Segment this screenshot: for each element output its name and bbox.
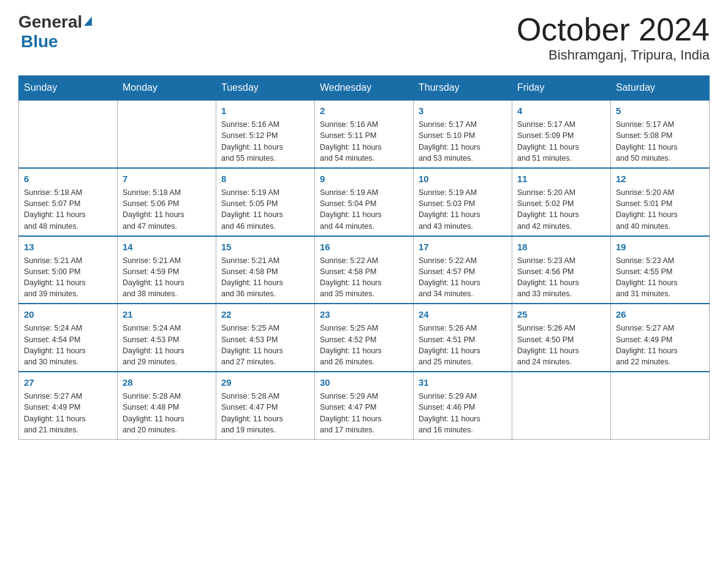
calendar-cell: 10Sunrise: 5:19 AMSunset: 5:03 PMDayligh…	[414, 168, 512, 236]
day-number: 7	[123, 172, 211, 185]
calendar-cell: 9Sunrise: 5:19 AMSunset: 5:04 PMDaylight…	[315, 168, 414, 236]
calendar-cell: 31Sunrise: 5:29 AMSunset: 4:46 PMDayligh…	[414, 372, 512, 439]
day-info: Sunrise: 5:18 AMSunset: 5:06 PMDaylight:…	[123, 188, 184, 231]
day-number: 14	[123, 240, 211, 253]
logo-general-text: General	[18, 12, 82, 32]
day-info: Sunrise: 5:16 AMSunset: 5:12 PMDaylight:…	[221, 120, 283, 163]
calendar-cell: 16Sunrise: 5:22 AMSunset: 4:58 PMDayligh…	[315, 236, 414, 304]
day-number: 15	[221, 240, 309, 253]
day-info: Sunrise: 5:20 AMSunset: 5:01 PMDaylight:…	[616, 188, 678, 231]
calendar-table: Sunday Monday Tuesday Wednesday Thursday…	[18, 75, 710, 440]
day-number: 18	[517, 240, 605, 253]
day-number: 12	[616, 172, 704, 185]
calendar-cell: 14Sunrise: 5:21 AMSunset: 4:59 PMDayligh…	[118, 236, 216, 304]
calendar-cell: 27Sunrise: 5:27 AMSunset: 4:49 PMDayligh…	[19, 372, 118, 439]
header-friday: Friday	[512, 76, 611, 101]
calendar-cell: 29Sunrise: 5:28 AMSunset: 4:47 PMDayligh…	[216, 372, 315, 439]
week-row-1: 1Sunrise: 5:16 AMSunset: 5:12 PMDaylight…	[19, 100, 710, 168]
day-info: Sunrise: 5:27 AMSunset: 4:49 PMDaylight:…	[24, 392, 86, 434]
calendar-cell: 22Sunrise: 5:25 AMSunset: 4:53 PMDayligh…	[216, 304, 315, 372]
week-row-3: 13Sunrise: 5:21 AMSunset: 5:00 PMDayligh…	[19, 236, 710, 304]
calendar-cell: 30Sunrise: 5:29 AMSunset: 4:47 PMDayligh…	[315, 372, 414, 439]
day-info: Sunrise: 5:29 AMSunset: 4:46 PMDaylight:…	[419, 392, 480, 434]
month-title: October 2024	[517, 12, 710, 47]
day-number: 4	[517, 104, 605, 117]
header-tuesday: Tuesday	[216, 76, 315, 101]
logo-blue-text: Blue	[21, 32, 58, 51]
calendar-cell: 26Sunrise: 5:27 AMSunset: 4:49 PMDayligh…	[611, 304, 710, 372]
week-row-2: 6Sunrise: 5:18 AMSunset: 5:07 PMDaylight…	[19, 168, 710, 236]
calendar-cell: 4Sunrise: 5:17 AMSunset: 5:09 PMDaylight…	[512, 100, 611, 168]
day-number: 20	[24, 308, 112, 321]
header-monday: Monday	[118, 76, 216, 101]
day-number: 13	[24, 240, 112, 253]
calendar-cell	[512, 372, 611, 439]
day-info: Sunrise: 5:26 AMSunset: 4:50 PMDaylight:…	[517, 324, 579, 366]
day-info: Sunrise: 5:21 AMSunset: 4:58 PMDaylight:…	[221, 256, 283, 299]
calendar-cell	[19, 100, 118, 168]
day-info: Sunrise: 5:16 AMSunset: 5:11 PMDaylight:…	[320, 120, 382, 163]
day-info: Sunrise: 5:17 AMSunset: 5:08 PMDaylight:…	[616, 120, 678, 163]
calendar-cell: 15Sunrise: 5:21 AMSunset: 4:58 PMDayligh…	[216, 236, 315, 304]
day-number: 25	[517, 308, 605, 321]
day-info: Sunrise: 5:24 AMSunset: 4:54 PMDaylight:…	[24, 324, 86, 366]
day-info: Sunrise: 5:29 AMSunset: 4:47 PMDaylight:…	[320, 392, 382, 434]
day-info: Sunrise: 5:23 AMSunset: 4:56 PMDaylight:…	[517, 256, 579, 299]
day-info: Sunrise: 5:26 AMSunset: 4:51 PMDaylight:…	[419, 324, 480, 366]
day-info: Sunrise: 5:19 AMSunset: 5:04 PMDaylight:…	[320, 188, 382, 231]
calendar-cell: 23Sunrise: 5:25 AMSunset: 4:52 PMDayligh…	[315, 304, 414, 372]
day-number: 27	[24, 376, 112, 389]
day-number: 5	[616, 104, 704, 117]
day-info: Sunrise: 5:20 AMSunset: 5:02 PMDaylight:…	[517, 188, 579, 231]
day-number: 22	[221, 308, 309, 321]
day-number: 16	[320, 240, 408, 253]
day-number: 2	[320, 104, 408, 117]
day-number: 24	[419, 308, 507, 321]
day-number: 19	[616, 240, 704, 253]
day-number: 9	[320, 172, 408, 185]
day-info: Sunrise: 5:23 AMSunset: 4:55 PMDaylight:…	[616, 256, 678, 299]
calendar-cell: 3Sunrise: 5:17 AMSunset: 5:10 PMDaylight…	[414, 100, 512, 168]
day-info: Sunrise: 5:27 AMSunset: 4:49 PMDaylight:…	[616, 324, 678, 366]
calendar-cell: 6Sunrise: 5:18 AMSunset: 5:07 PMDaylight…	[19, 168, 118, 236]
calendar-cell: 7Sunrise: 5:18 AMSunset: 5:06 PMDaylight…	[118, 168, 216, 236]
day-number: 3	[419, 104, 507, 117]
day-number: 11	[517, 172, 605, 185]
day-info: Sunrise: 5:28 AMSunset: 4:47 PMDaylight:…	[221, 392, 283, 434]
day-number: 1	[221, 104, 309, 117]
location-title: Bishramganj, Tripura, India	[517, 47, 710, 63]
day-number: 31	[419, 376, 507, 389]
header: General Blue October 2024 Bishramganj, T…	[18, 12, 710, 63]
calendar-cell: 5Sunrise: 5:17 AMSunset: 5:08 PMDaylight…	[611, 100, 710, 168]
day-info: Sunrise: 5:22 AMSunset: 4:57 PMDaylight:…	[419, 256, 480, 299]
calendar-cell	[611, 372, 710, 439]
day-number: 17	[419, 240, 507, 253]
day-info: Sunrise: 5:24 AMSunset: 4:53 PMDaylight:…	[123, 324, 184, 366]
day-number: 30	[320, 376, 408, 389]
weekday-header-row: Sunday Monday Tuesday Wednesday Thursday…	[19, 76, 710, 101]
calendar-cell: 25Sunrise: 5:26 AMSunset: 4:50 PMDayligh…	[512, 304, 611, 372]
header-wednesday: Wednesday	[315, 76, 414, 101]
calendar-cell: 21Sunrise: 5:24 AMSunset: 4:53 PMDayligh…	[118, 304, 216, 372]
calendar-cell: 8Sunrise: 5:19 AMSunset: 5:05 PMDaylight…	[216, 168, 315, 236]
day-info: Sunrise: 5:21 AMSunset: 5:00 PMDaylight:…	[24, 256, 86, 299]
day-info: Sunrise: 5:17 AMSunset: 5:10 PMDaylight:…	[419, 120, 480, 163]
day-info: Sunrise: 5:25 AMSunset: 4:53 PMDaylight:…	[221, 324, 283, 366]
logo-area: General Blue	[18, 12, 92, 52]
calendar-cell: 18Sunrise: 5:23 AMSunset: 4:56 PMDayligh…	[512, 236, 611, 304]
calendar-cell: 20Sunrise: 5:24 AMSunset: 4:54 PMDayligh…	[19, 304, 118, 372]
calendar-cell: 17Sunrise: 5:22 AMSunset: 4:57 PMDayligh…	[414, 236, 512, 304]
calendar-cell: 24Sunrise: 5:26 AMSunset: 4:51 PMDayligh…	[414, 304, 512, 372]
day-info: Sunrise: 5:19 AMSunset: 5:03 PMDaylight:…	[419, 188, 480, 231]
day-info: Sunrise: 5:17 AMSunset: 5:09 PMDaylight:…	[517, 120, 579, 163]
day-number: 29	[221, 376, 309, 389]
day-number: 8	[221, 172, 309, 185]
day-number: 23	[320, 308, 408, 321]
day-info: Sunrise: 5:18 AMSunset: 5:07 PMDaylight:…	[24, 188, 86, 231]
calendar-cell: 19Sunrise: 5:23 AMSunset: 4:55 PMDayligh…	[611, 236, 710, 304]
week-row-5: 27Sunrise: 5:27 AMSunset: 4:49 PMDayligh…	[19, 372, 710, 439]
calendar-cell: 1Sunrise: 5:16 AMSunset: 5:12 PMDaylight…	[216, 100, 315, 168]
day-info: Sunrise: 5:21 AMSunset: 4:59 PMDaylight:…	[123, 256, 184, 299]
day-info: Sunrise: 5:25 AMSunset: 4:52 PMDaylight:…	[320, 324, 382, 366]
calendar-cell: 11Sunrise: 5:20 AMSunset: 5:02 PMDayligh…	[512, 168, 611, 236]
